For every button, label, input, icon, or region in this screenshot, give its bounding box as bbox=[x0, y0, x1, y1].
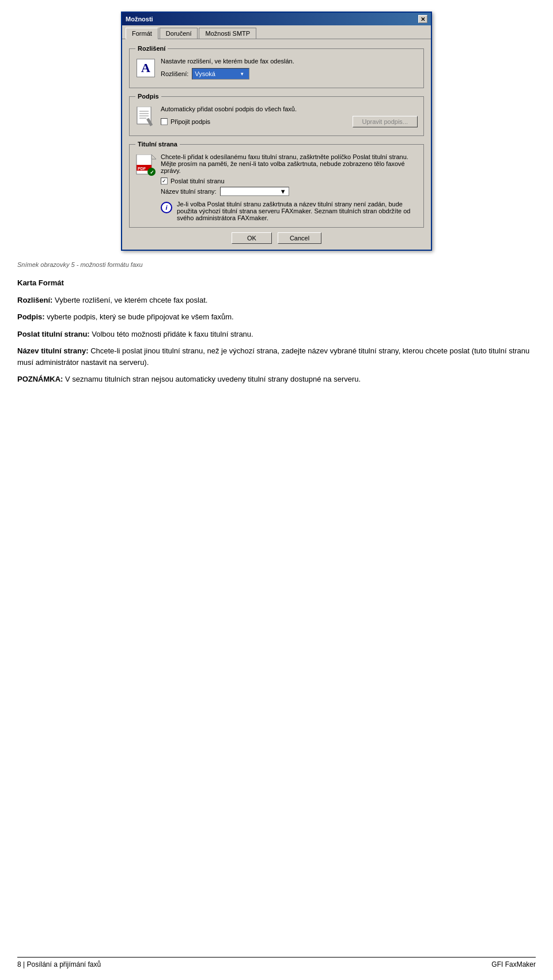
svg-text:PDF: PDF bbox=[138, 167, 146, 171]
podpis-checkbox-row: Připojit podpis Upravit podpis... bbox=[161, 116, 418, 127]
rozliseni-field-row: Rozlišení: Vysoká ▼ bbox=[161, 68, 418, 80]
poslat-titulni-stranu-label: Poslat titulní stranu bbox=[171, 178, 225, 184]
svg-text:✓: ✓ bbox=[150, 169, 154, 175]
body-podpis: Podpis: vyberte podpis, který se bude př… bbox=[17, 311, 536, 323]
rozliseni-section: Rozlišení A Nastavte rozlišení, ve které… bbox=[129, 45, 424, 88]
dialog-close-button[interactable]: ✕ bbox=[418, 15, 427, 23]
tab-doruceni[interactable]: Doručení bbox=[160, 28, 198, 39]
tab-moznosti-smtp[interactable]: Možnosti SMTP bbox=[199, 28, 256, 39]
heading-text: Karta Formát bbox=[17, 278, 64, 287]
cancel-button[interactable]: Cancel bbox=[278, 232, 321, 244]
podpis-term: Podpis: bbox=[17, 312, 45, 321]
rozliseni-title: Rozlišení bbox=[135, 45, 168, 52]
ok-button[interactable]: OK bbox=[232, 232, 272, 244]
podpis-title: Podpis bbox=[135, 93, 161, 100]
svg-marker-8 bbox=[151, 154, 156, 159]
titulni-strana-icon: PDF ✓ bbox=[135, 154, 156, 178]
body-poslat: Poslat titulní stranu: Volbou této možno… bbox=[17, 329, 536, 340]
nazev-select-arrow: ▼ bbox=[280, 188, 286, 195]
podpis-icon bbox=[135, 107, 156, 129]
nazev-field-row: Název titulní strany: ▼ bbox=[161, 187, 418, 196]
titulni-strana-title: Titulní strana bbox=[135, 141, 180, 148]
rozliseni-select-arrow: ▼ bbox=[237, 69, 247, 78]
nazev-select[interactable]: ▼ bbox=[220, 187, 289, 196]
titulni-strana-desc: Chcete-li přidat k odesílanému faxu titu… bbox=[161, 153, 418, 174]
rozliseni-select[interactable]: Vysoká ▼ bbox=[192, 68, 249, 80]
body-poznamka: POZNÁMKA: V seznamu titulních stran nejs… bbox=[17, 374, 536, 385]
tab-format[interactable]: Formát bbox=[126, 28, 158, 39]
upravit-podpis-button[interactable]: Upravit podpis... bbox=[353, 116, 418, 127]
poznamka-term: POZNÁMKA: bbox=[17, 375, 63, 383]
a-letter-icon: A bbox=[137, 59, 155, 77]
page-footer: 8 | Posílání a přijímání faxů GFI FaxMak… bbox=[17, 957, 536, 968]
dialog-buttons: OK Cancel bbox=[129, 232, 424, 244]
dialog-content: Rozlišení A Nastavte rozlišení, ve které… bbox=[122, 39, 431, 250]
podpis-desc: Automaticky přidat osobní podpis do všec… bbox=[161, 105, 418, 112]
screenshot-caption: Snímek obrazovky 5 - možnosti formátu fa… bbox=[17, 261, 536, 268]
dialog-title: Možnosti bbox=[126, 16, 153, 22]
body-rozliseni: Rozlišení: Vyberte rozlišení, ve kterém … bbox=[17, 295, 536, 306]
rozliseni-term: Rozlišení: bbox=[17, 296, 52, 304]
page-heading: Karta Formát bbox=[17, 277, 536, 289]
titulni-strana-body-content: Chcete-li přidat k odesílanému faxu titu… bbox=[161, 153, 418, 221]
podpis-section: Podpis bbox=[129, 93, 424, 136]
rozliseni-select-value: Vysoká bbox=[195, 70, 215, 77]
poslat-titulni-stranu-checkbox[interactable] bbox=[161, 178, 168, 184]
rozliseni-field-label: Rozlišení: bbox=[161, 70, 188, 77]
rozliseni-desc: Nastavte rozlišení, ve kterém bude fax o… bbox=[161, 58, 418, 65]
body-nazev: Název titulní strany: Chcete-li poslat j… bbox=[17, 345, 536, 368]
nazev-term: Název titulní strany: bbox=[17, 346, 89, 355]
podpis-body-content: Automaticky přidat osobní podpis do všec… bbox=[161, 105, 418, 130]
dialog-titlebar: Možnosti ✕ bbox=[122, 13, 431, 25]
info-text: Je-li volba Poslat titulní stranu zaškrt… bbox=[177, 201, 418, 221]
dialog-tabs: Formát Doručení Možnosti SMTP bbox=[122, 25, 431, 39]
footer-right: GFI FaxMaker bbox=[491, 960, 536, 968]
podpis-checkbox[interactable] bbox=[161, 118, 168, 125]
poslat-term: Poslat titulní stranu: bbox=[17, 330, 90, 338]
rozliseni-icon: A bbox=[135, 59, 156, 77]
podpis-checkbox-label: Připojit podpis bbox=[171, 118, 210, 125]
options-dialog: Možnosti ✕ Formát Doručení Možnosti SMTP… bbox=[121, 12, 432, 251]
info-icon: i bbox=[161, 202, 172, 213]
nazev-field-label: Název titulní strany: bbox=[161, 188, 217, 195]
titulni-strana-section: Titulní strana PDF bbox=[129, 141, 424, 228]
rozliseni-body: Nastavte rozlišení, ve kterém bude fax o… bbox=[161, 58, 418, 82]
info-row: i Je-li volba Poslat titulní stranu zašk… bbox=[161, 201, 418, 221]
poslat-checkbox-row: Poslat titulní stranu bbox=[161, 178, 418, 184]
titulni-strana-file-icon: PDF ✓ bbox=[135, 154, 156, 178]
signature-icon bbox=[136, 107, 156, 129]
footer-left: 8 | Posílání a přijímání faxů bbox=[17, 960, 101, 968]
